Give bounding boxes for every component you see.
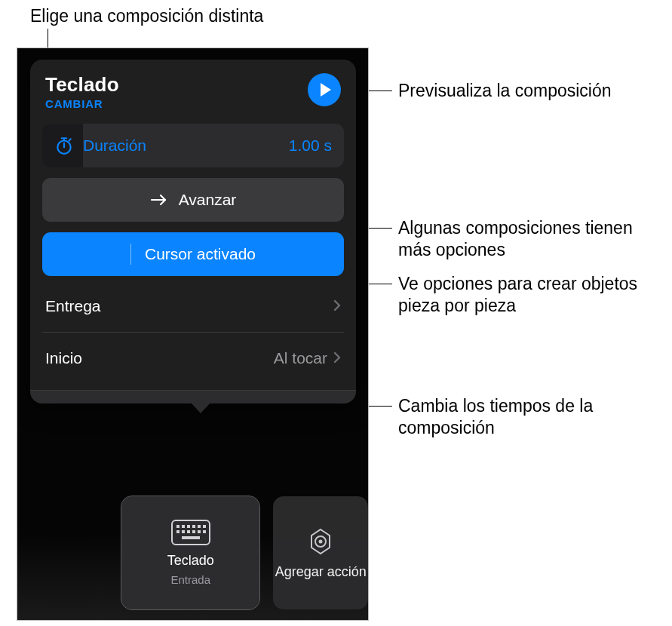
svg-rect-10	[192, 525, 195, 528]
card-title: Teclado	[167, 553, 214, 569]
bottom-bar: Teclado Entrada Agregar acción	[17, 486, 368, 620]
start-value: Al tocar	[274, 349, 327, 367]
start-label: Inicio	[45, 349, 82, 367]
callout-options: Algunas composiciones tienen más opcione…	[398, 217, 655, 261]
svg-rect-15	[187, 530, 190, 533]
build-title: Teclado	[45, 73, 119, 97]
cursor-activated-button[interactable]: Cursor activado	[42, 232, 344, 276]
callout-preview: Previsualiza la composición	[398, 80, 612, 102]
svg-rect-9	[187, 525, 190, 528]
svg-rect-14	[182, 530, 185, 533]
target-icon	[305, 526, 336, 557]
svg-rect-13	[176, 530, 180, 533]
duration-value: 1.00 s	[289, 137, 332, 155]
svg-rect-7	[176, 525, 180, 528]
svg-rect-16	[192, 530, 195, 533]
svg-rect-12	[203, 525, 206, 528]
svg-rect-8	[182, 525, 185, 528]
arrow-right-icon	[150, 193, 168, 207]
chevron-right-icon	[333, 349, 341, 367]
change-build-link[interactable]: CAMBIAR	[45, 97, 119, 110]
delivery-row[interactable]: Entrega	[42, 281, 344, 332]
svg-rect-17	[198, 530, 201, 533]
start-row[interactable]: Inicio Al tocar	[42, 333, 344, 384]
build-card-add-action[interactable]: Agregar acción	[273, 496, 368, 609]
cursor-label: Cursor activado	[145, 245, 256, 263]
svg-rect-19	[182, 536, 200, 539]
svg-line-4	[69, 139, 71, 140]
delivery-label: Entrega	[45, 297, 101, 315]
device-frame: Teclado CAMBIAR Duración 1.0	[17, 48, 369, 621]
callout-top: Elige una composición distinta	[30, 6, 263, 26]
popover-arrow	[191, 403, 210, 413]
popover-bottom-stub	[30, 390, 356, 404]
play-icon	[319, 82, 333, 97]
advance-label: Avanzar	[179, 191, 237, 209]
svg-rect-11	[198, 525, 201, 528]
keyboard-icon	[171, 520, 210, 545]
build-popover: Teclado CAMBIAR Duración 1.0	[30, 60, 356, 404]
card-title: Agregar acción	[275, 564, 367, 580]
advance-button[interactable]: Avanzar	[42, 178, 344, 222]
callout-cursor: Ve opciones para crear objetos pieza por…	[398, 273, 655, 317]
text-cursor-icon	[130, 244, 131, 265]
duration-label: Duración	[83, 137, 289, 155]
svg-point-21	[319, 539, 323, 543]
callout-timing: Cambia los tiempos de la composición	[398, 395, 655, 439]
svg-rect-18	[203, 530, 206, 533]
title-block: Teclado CAMBIAR	[45, 73, 119, 110]
preview-play-button[interactable]	[308, 73, 341, 106]
popover-header: Teclado CAMBIAR	[42, 73, 344, 110]
build-card-teclado[interactable]: Teclado Entrada	[121, 496, 259, 609]
card-subtitle: Entrada	[170, 573, 210, 586]
stopwatch-icon	[54, 136, 74, 155]
chevron-right-icon	[333, 297, 341, 315]
duration-row[interactable]: Duración 1.00 s	[42, 124, 344, 167]
